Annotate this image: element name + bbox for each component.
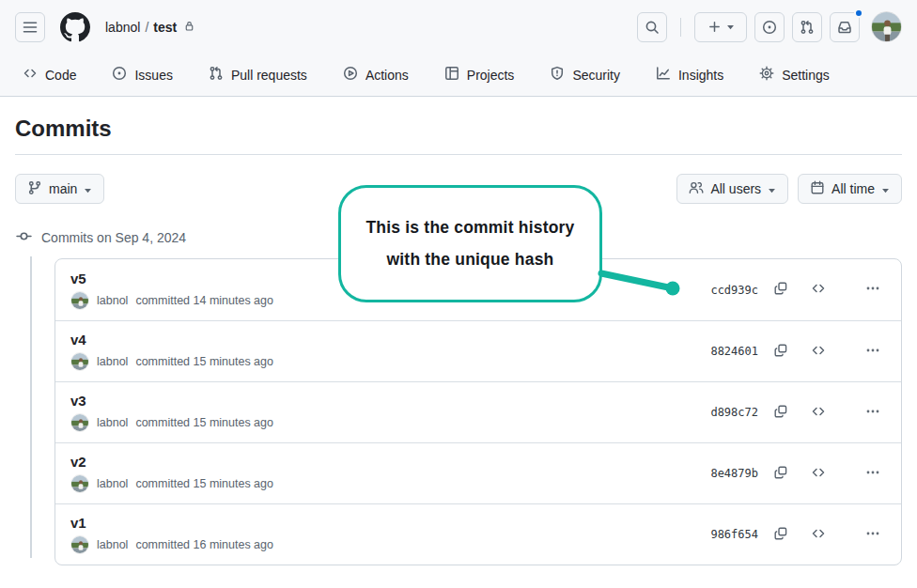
user-avatar[interactable]: [871, 11, 902, 42]
copy-icon: [773, 404, 788, 422]
committer-avatar[interactable]: [70, 535, 89, 554]
tab-security[interactable]: Security: [542, 66, 628, 84]
committer-avatar[interactable]: [70, 474, 89, 493]
commit-hash-link[interactable]: ccd939c: [710, 284, 758, 297]
browse-code-button[interactable]: [807, 401, 830, 424]
commit-title-link[interactable]: v5: [70, 271, 273, 286]
copy-hash-button[interactable]: [769, 462, 792, 485]
commit-title-link[interactable]: v3: [70, 393, 273, 409]
committer-avatar[interactable]: [70, 413, 89, 432]
breadcrumb-repo-link[interactable]: test: [153, 20, 177, 35]
time-filter-label: All time: [832, 181, 875, 196]
browse-code-button[interactable]: [807, 340, 830, 363]
caret-down-icon: [84, 181, 92, 196]
commit-options-button[interactable]: [862, 523, 884, 546]
caret-down-icon: [881, 181, 890, 196]
copy-icon: [773, 343, 788, 361]
calendar-icon: [810, 180, 825, 198]
annotation-line1: This is the commit history: [365, 218, 574, 238]
inbox-wrapper: [830, 12, 860, 42]
issue-opened-icon: [112, 66, 127, 84]
browse-code-button[interactable]: [807, 462, 830, 485]
commit-hash-link[interactable]: 8824601: [710, 345, 758, 358]
tab-pull-requests[interactable]: Pull requests: [201, 66, 315, 84]
annotation-arrow: [583, 265, 686, 299]
issue-opened-icon: [762, 20, 777, 35]
topbar-divider: [680, 18, 681, 37]
committer-name[interactable]: labnol: [97, 477, 128, 490]
commit-meta: labnol committed 16 minutes ago: [70, 535, 273, 554]
create-new-button[interactable]: [694, 12, 747, 42]
commit-title-link[interactable]: v4: [70, 332, 273, 348]
tab-actions[interactable]: Actions: [335, 66, 416, 84]
annotation-line2: with the unique hash: [386, 250, 553, 270]
copy-hash-button[interactable]: [769, 279, 792, 302]
hamburger-icon: [23, 20, 38, 35]
notification-dot: [854, 8, 863, 18]
repo-nav: Code Issues Pull requests Actions Projec…: [0, 54, 917, 97]
time-filter-button[interactable]: All time: [798, 174, 902, 204]
commit-hash-link[interactable]: 986f654: [710, 528, 758, 541]
committer-avatar[interactable]: [70, 291, 89, 310]
commit-meta: labnol committed 15 minutes ago: [70, 352, 273, 371]
commit-time: committed 14 minutes ago: [135, 294, 273, 307]
git-branch-icon: [27, 180, 42, 198]
git-commit-icon: [16, 228, 32, 247]
commit-time: committed 16 minutes ago: [135, 538, 273, 551]
code-icon: [811, 526, 826, 544]
tab-code[interactable]: Code: [15, 66, 84, 84]
search-button[interactable]: [637, 12, 667, 42]
tab-insights[interactable]: Insights: [648, 66, 731, 84]
commit-row-v2: v2 labnol committed 15 minutes ago 8e487…: [55, 442, 901, 503]
browse-code-button[interactable]: [807, 523, 830, 546]
committer-name[interactable]: labnol: [97, 294, 128, 307]
breadcrumb-owner-link[interactable]: labnol: [105, 20, 140, 35]
inbox-icon: [837, 20, 852, 35]
tab-label: Projects: [467, 68, 515, 83]
branch-selector-button[interactable]: main: [15, 174, 104, 204]
commit-options-button[interactable]: [862, 401, 884, 424]
commit-time: committed 15 minutes ago: [135, 355, 273, 368]
committer-name[interactable]: labnol: [97, 416, 128, 429]
tab-settings[interactable]: Settings: [752, 66, 837, 84]
code-icon: [23, 66, 38, 84]
shield-icon: [550, 66, 565, 84]
kebab-icon: [865, 343, 880, 361]
copy-hash-button[interactable]: [769, 523, 792, 546]
committer-name[interactable]: labnol: [97, 355, 128, 368]
commit-hash-link[interactable]: 8e4879b: [710, 467, 758, 480]
commit-title-link[interactable]: v1: [70, 515, 273, 531]
git-pull-request-icon: [209, 66, 224, 84]
tab-projects[interactable]: Projects: [437, 66, 522, 84]
graph-icon: [656, 66, 671, 84]
committer-avatar[interactable]: [70, 352, 89, 371]
users-filter-button[interactable]: All users: [676, 174, 788, 204]
committer-name[interactable]: labnol: [97, 538, 128, 551]
play-icon: [343, 66, 358, 84]
browse-code-button[interactable]: [807, 279, 830, 302]
tab-issues[interactable]: Issues: [104, 66, 179, 84]
github-logo[interactable]: [60, 12, 90, 42]
copy-icon: [773, 281, 788, 299]
commit-meta: labnol committed 15 minutes ago: [70, 474, 273, 493]
commit-time: committed 15 minutes ago: [135, 477, 273, 490]
hamburger-menu-button[interactable]: [15, 12, 45, 42]
issues-button[interactable]: [754, 12, 785, 42]
timeline-line: [30, 256, 32, 558]
lock-icon: [183, 20, 195, 35]
commit-options-button[interactable]: [862, 462, 884, 485]
tab-label: Insights: [678, 68, 723, 83]
caret-down-icon: [768, 181, 776, 196]
gear-icon: [759, 66, 774, 84]
commit-options-button[interactable]: [862, 340, 884, 363]
copy-hash-button[interactable]: [769, 340, 792, 363]
commit-options-button[interactable]: [862, 279, 884, 302]
kebab-icon: [865, 465, 880, 483]
pull-requests-button[interactable]: [792, 12, 822, 42]
commit-meta: labnol committed 15 minutes ago: [70, 413, 273, 432]
commit-hash-link[interactable]: d898c72: [710, 406, 758, 419]
commit-list: v5 labnol committed 14 minutes ago ccd93…: [54, 258, 902, 565]
copy-hash-button[interactable]: [769, 401, 792, 424]
git-pull-request-icon: [800, 20, 815, 35]
commit-title-link[interactable]: v2: [70, 454, 273, 470]
